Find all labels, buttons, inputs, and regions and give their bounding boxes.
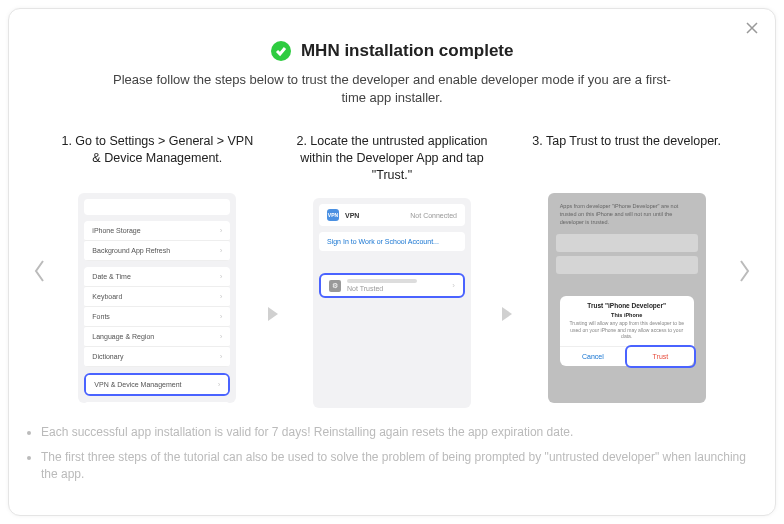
- trust-button-highlight: Trust: [625, 345, 696, 368]
- install-complete-modal: MHN installation complete Please follow …: [8, 8, 776, 516]
- signin-row: Sign In to Work or School Account...: [319, 232, 465, 251]
- step-3: 3. Tap Trust to trust the developer. App…: [526, 133, 727, 403]
- close-icon[interactable]: [743, 19, 761, 37]
- note-item: Each successful app installation is vali…: [41, 424, 757, 441]
- steps-carousel: 1. Go to Settings > General > VPN & Devi…: [27, 133, 757, 408]
- check-icon: [271, 41, 291, 61]
- settings-row: Keyboard›: [84, 287, 230, 307]
- trust-dialog: Trust "iPhone Developer" This iPhone Tru…: [560, 296, 694, 366]
- cancel-button: Cancel: [560, 347, 628, 366]
- trust-description: Apps from developer "iPhone Developer" a…: [548, 193, 706, 230]
- note-item: The first three steps of the tutorial ca…: [41, 449, 757, 483]
- dialog-title: Trust "iPhone Developer": [566, 302, 688, 309]
- phone-screenshot-2: VPN VPN Not Connected Sign In to Work or…: [313, 198, 471, 408]
- notes-list: Each successful app installation is vali…: [27, 424, 757, 482]
- modal-subtitle: Please follow the steps below to trust t…: [102, 71, 682, 107]
- vpn-row: VPN VPN Not Connected: [319, 204, 465, 226]
- vpn-device-mgmt-highlight: VPN & Device Management›: [84, 373, 230, 396]
- dialog-body: Trusting will allow any app from this de…: [566, 320, 688, 340]
- developer-app-highlight: ⚙ Not Trusted ›: [319, 273, 465, 298]
- dialog-subtitle: This iPhone: [566, 312, 688, 318]
- prev-button[interactable]: [27, 258, 53, 284]
- settings-row: VPN & Device Management›: [86, 375, 228, 394]
- settings-row: iPhone Storage›: [84, 221, 230, 241]
- phone-screenshot-3: Apps from developer "iPhone Developer" a…: [548, 193, 706, 403]
- settings-row: Fonts›: [84, 307, 230, 327]
- modal-header: MHN installation complete Please follow …: [27, 41, 757, 107]
- vpn-icon: VPN: [327, 209, 339, 221]
- step-2: 2. Locate the untrusted application with…: [292, 133, 493, 408]
- step-1: 1. Go to Settings > General > VPN & Devi…: [57, 133, 258, 403]
- settings-row: Legal & Regulatory›: [84, 402, 230, 403]
- settings-row: Language & Region›: [84, 327, 230, 347]
- arrow-icon: [498, 303, 520, 329]
- step-title: 2. Locate the untrusted application with…: [292, 133, 493, 184]
- phone-screenshot-1: iPhone Storage› Background App Refresh› …: [78, 193, 236, 403]
- next-button[interactable]: [731, 258, 757, 284]
- modal-title: MHN installation complete: [301, 41, 514, 61]
- step-title: 1. Go to Settings > General > VPN & Devi…: [57, 133, 258, 179]
- developer-icon: ⚙: [329, 280, 341, 292]
- settings-row: Background App Refresh›: [84, 241, 230, 261]
- arrow-icon: [264, 303, 286, 329]
- step-title: 3. Tap Trust to trust the developer.: [526, 133, 727, 179]
- settings-row: Dictionary›: [84, 347, 230, 367]
- settings-row: Date & Time›: [84, 267, 230, 287]
